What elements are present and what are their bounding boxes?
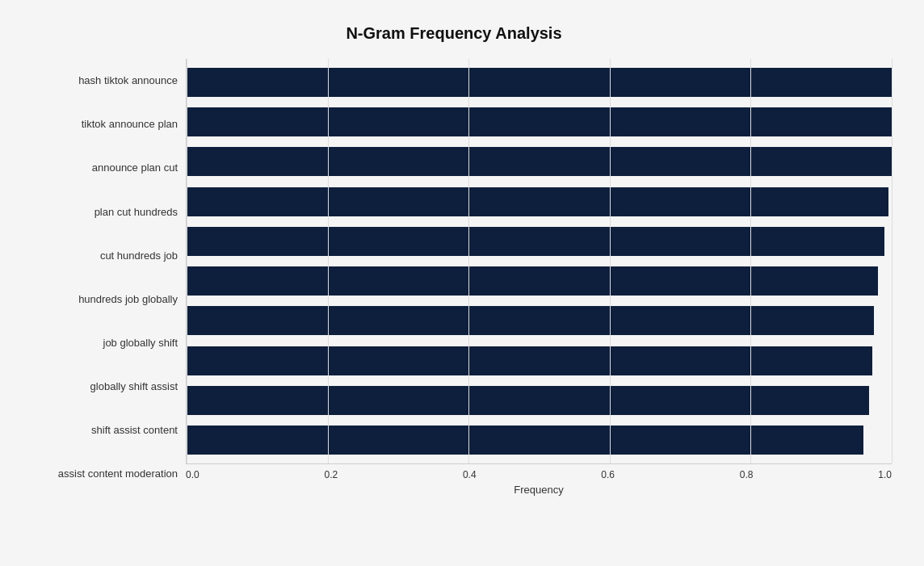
bar [187,147,892,176]
bar-row [187,65,892,99]
bar [187,68,892,97]
y-label: plan cut hundreds [94,206,178,219]
bar-row [187,344,892,378]
y-label: hundreds job globally [78,293,178,306]
y-axis: hash tiktok announcetiktok announce plan… [16,59,186,496]
bar [187,346,872,375]
x-tick: 0.4 [463,469,477,480]
y-label: job globally shift [103,337,178,350]
x-axis: 0.00.20.40.60.81.0 [186,464,892,480]
bar [187,227,884,256]
y-label: announce plan cut [92,161,178,174]
bars-wrapper [186,59,892,464]
y-label: tiktok announce plan [82,118,178,131]
chart-title: N-Gram Frequency Analysis [16,16,892,43]
y-label: cut hundreds job [100,249,178,262]
bar [187,187,888,216]
x-tick: 0.0 [186,469,200,480]
y-label: globally shift assist [90,380,178,393]
grid-line [892,59,892,463]
bar [187,386,869,415]
bar [187,107,892,136]
bar-row [187,423,892,457]
bar-row [187,145,892,178]
bar [187,306,874,335]
bar-row [187,304,892,338]
x-tick: 0.2 [324,469,338,480]
chart-container: N-Gram Frequency Analysis hash tiktok an… [0,0,924,566]
bar-row [187,105,892,139]
bar-row [187,264,892,298]
y-label: assist content moderation [58,467,178,480]
x-tick: 0.8 [740,469,754,480]
x-tick: 0.6 [601,469,615,480]
bar [187,426,863,455]
x-tick: 1.0 [878,469,892,480]
bar [187,266,878,296]
bars-and-x: 0.00.20.40.60.81.0 Frequency [186,59,892,496]
bar-row [187,384,892,417]
chart-area: hash tiktok announcetiktok announce plan… [16,59,892,496]
y-label: shift assist content [91,424,178,437]
bar-row [187,224,892,258]
bar-row [187,185,892,219]
y-label: hash tiktok announce [78,74,178,87]
x-axis-label: Frequency [186,484,892,496]
